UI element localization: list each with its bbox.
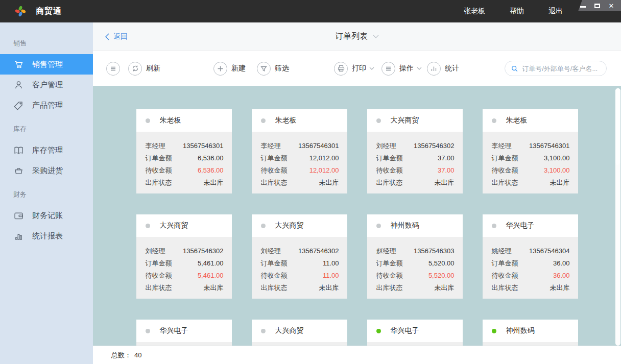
sidebar-item-purchasing[interactable]: 采购进货 xyxy=(0,160,93,181)
customer-name: 神州数码 xyxy=(391,221,419,230)
pending-amount-label: 待收金额 xyxy=(261,270,288,282)
pending-amount-label: 待收金额 xyxy=(146,270,172,282)
maximize-button[interactable] xyxy=(593,2,601,9)
order-amount-value: 5,461.00 xyxy=(198,257,224,270)
order-card[interactable]: 大兴商贸 刘经理13567546302 订单金额11.00 待收金额11.00 … xyxy=(252,214,347,299)
print-button[interactable]: 打印 xyxy=(334,62,374,76)
user-menu[interactable]: 张老板 xyxy=(464,7,485,16)
page-title: 订单列表 xyxy=(335,31,368,42)
order-card[interactable]: 朱老板 李经理13567546301 订单金额6,536.00 待收金额6,53… xyxy=(136,109,232,193)
titlebar: 商贸通 张老板 帮助 退出 ✕ xyxy=(0,0,621,22)
contact-phone: 13567546301 xyxy=(183,140,224,152)
order-card[interactable]: 神州数码 赵经理13567546303 订单金额5,520.00 待收金额5,5… xyxy=(367,214,463,299)
refresh-icon xyxy=(131,64,139,72)
new-label: 新建 xyxy=(231,64,246,73)
order-amount-value: 6,536.00 xyxy=(198,152,224,164)
outbound-status-value: 未出库 xyxy=(435,177,455,189)
contact-phone: 13567546303 xyxy=(414,245,455,257)
minimize-button[interactable] xyxy=(579,2,586,9)
page-footer: 总数： 40 xyxy=(93,346,621,364)
pending-amount-value: 11.00 xyxy=(323,270,339,282)
order-amount-value: 3,100.00 xyxy=(544,152,570,164)
outbound-status-value: 未出库 xyxy=(204,177,224,189)
pending-amount-label: 待收金额 xyxy=(376,270,403,282)
card-grid: 朱老板 李经理13567546301 订单金额6,536.00 待收金额6,53… xyxy=(136,86,578,346)
contact-name: 姚经理 xyxy=(492,245,512,257)
exit-button[interactable]: 退出 xyxy=(548,7,563,16)
list-menu-button[interactable] xyxy=(106,62,120,76)
sidebar-section-sales: 销售 xyxy=(0,30,93,54)
printer-icon xyxy=(337,64,345,72)
back-label: 返回 xyxy=(113,32,128,41)
outbound-status-label: 出库状态 xyxy=(492,282,518,294)
customer-name: 神州数码 xyxy=(506,326,535,335)
order-card-header: 华兴电子 xyxy=(136,320,232,342)
close-button[interactable]: ✕ xyxy=(608,2,615,9)
search-input[interactable] xyxy=(522,65,600,72)
order-card-header: 朱老板 xyxy=(252,109,347,132)
outbound-status-value: 未出库 xyxy=(319,177,339,189)
order-card-body: 李经理13567546301 订单金额6,536.00 待收金额6,536.00… xyxy=(136,132,232,189)
bar-chart-icon xyxy=(13,231,24,241)
order-card[interactable]: 华兴电子 xyxy=(367,320,463,346)
sidebar-item-inventory-management[interactable]: 库存管理 xyxy=(0,140,93,160)
sidebar-item-statistics-report[interactable]: 统计报表 xyxy=(0,226,93,246)
refresh-label: 刷新 xyxy=(146,64,160,73)
pending-amount-label: 待收金额 xyxy=(146,164,172,177)
outbound-status-value: 未出库 xyxy=(204,282,224,294)
sidebar-item-label: 财务记账 xyxy=(32,211,63,221)
page-title-dropdown[interactable]: 订单列表 xyxy=(335,31,379,42)
search-box xyxy=(505,61,607,76)
refresh-button[interactable]: 刷新 xyxy=(128,62,160,76)
order-amount-value: 11.00 xyxy=(323,257,339,270)
help-menu[interactable]: 帮助 xyxy=(510,7,524,16)
wallet-icon xyxy=(13,210,24,221)
sidebar-item-bookkeeping[interactable]: 财务记账 xyxy=(0,205,93,226)
order-card[interactable]: 大兴商贸 xyxy=(252,320,347,346)
order-card[interactable]: 朱老板 李经理13567546301 订单金额3,100.00 待收金额3,10… xyxy=(483,109,578,193)
order-card-header: 华兴电子 xyxy=(483,214,578,237)
total-value: 40 xyxy=(134,351,141,359)
scrollbar-thumb[interactable] xyxy=(615,88,620,165)
sidebar-item-customer-management[interactable]: 客户管理 xyxy=(0,75,93,95)
pending-amount-value: 5,461.00 xyxy=(198,270,224,282)
contact-phone: 13567546301 xyxy=(298,140,339,152)
sidebar-item-label: 客户管理 xyxy=(32,80,63,90)
order-card-body: 刘经理13567546302 订单金额11.00 待收金额11.00 出库状态未… xyxy=(252,237,347,294)
order-card[interactable]: 神州数码 xyxy=(483,320,578,346)
back-button[interactable]: 返回 xyxy=(105,32,128,41)
outbound-status-label: 出库状态 xyxy=(146,282,172,294)
order-card[interactable]: 大兴商贸 刘经理13567546302 订单金额37.00 待收金额37.00 … xyxy=(367,109,463,193)
order-card-header: 大兴商贸 xyxy=(252,320,347,342)
status-dot-icon xyxy=(146,329,150,333)
outbound-status-label: 出库状态 xyxy=(376,177,403,189)
sidebar-section-finance: 财务 xyxy=(0,181,93,205)
order-card-header: 大兴商贸 xyxy=(252,214,347,237)
sidebar-item-product-management[interactable]: 产品管理 xyxy=(0,95,93,115)
contact-name: 刘经理 xyxy=(261,245,281,257)
order-card[interactable]: 华兴电子 xyxy=(136,320,232,346)
plus-icon xyxy=(217,65,224,72)
order-card-header: 朱老板 xyxy=(483,109,578,132)
order-card-header: 大兴商贸 xyxy=(136,214,232,237)
total-label: 总数： xyxy=(111,351,131,360)
order-card-header: 大兴商贸 xyxy=(367,109,463,132)
filter-label: 筛选 xyxy=(275,64,289,73)
actions-button[interactable]: 操作 xyxy=(381,62,422,76)
filter-button[interactable]: 筛选 xyxy=(257,62,289,76)
stats-button[interactable]: 统计 xyxy=(427,62,459,76)
contact-name: 刘经理 xyxy=(376,140,396,152)
order-card[interactable]: 华兴电子 姚经理13567546304 订单金额36.00 待收金额36.00 … xyxy=(483,214,578,299)
order-card[interactable]: 朱老板 李经理13567546301 订单金额12,012.00 待收金额12,… xyxy=(252,109,347,193)
outbound-status-label: 出库状态 xyxy=(261,177,288,189)
customer-name: 华兴电子 xyxy=(506,221,535,230)
sidebar-item-label: 采购进货 xyxy=(32,166,63,176)
search-icon xyxy=(511,65,518,72)
customer-name: 大兴商贸 xyxy=(160,221,188,230)
outbound-status-label: 出库状态 xyxy=(492,177,518,189)
sidebar-item-sales-management[interactable]: 销售管理 xyxy=(0,54,93,75)
new-button[interactable]: 新建 xyxy=(213,62,246,76)
order-card[interactable]: 大兴商贸 刘经理13567546302 订单金额5,461.00 待收金额5,4… xyxy=(136,214,232,299)
vertical-scrollbar[interactable] xyxy=(615,88,620,346)
outbound-status-label: 出库状态 xyxy=(261,282,288,294)
